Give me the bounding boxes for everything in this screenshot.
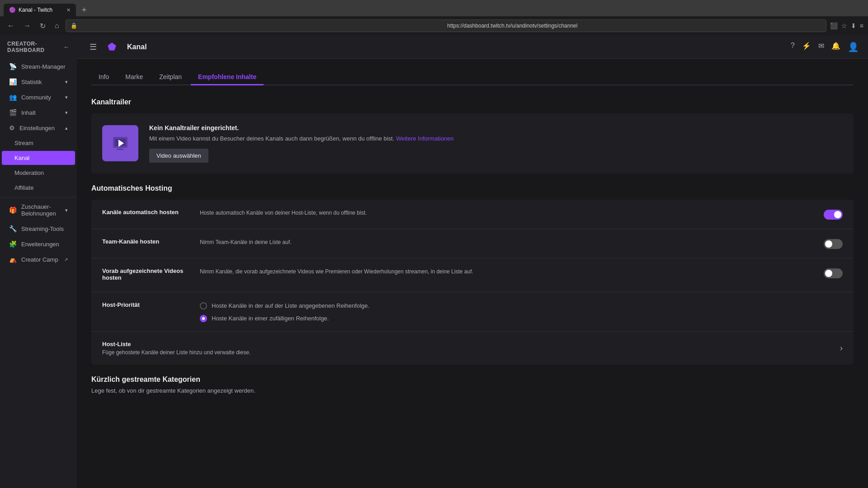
sidebar-item-zuschauer-belohnungen[interactable]: 🎁 Zuschauer-Belohnungen ▾ [2, 200, 75, 221]
hamburger-icon[interactable]: ☰ [86, 42, 100, 52]
sidebar-collapse-button[interactable]: ← [63, 43, 70, 51]
menu-icon[interactable]: ≡ [860, 22, 863, 29]
toggle-team-slider[interactable] [824, 239, 843, 249]
host-list-chevron[interactable]: › [840, 343, 843, 353]
kanaltrailer-card: Kein Kanaltrailer eingerichtet. Mit eine… [91, 113, 854, 174]
toggle-auto-container [824, 209, 843, 220]
back-button[interactable]: ← [5, 20, 17, 32]
top-bar: ☰ ⬟ Kanal ? ⚡ ✉ 🔔 👤 [77, 35, 868, 59]
hosting-label-auto: Kanäle automatisch hosten [102, 209, 193, 217]
sidebar-item-label: Streaming-Tools [21, 225, 64, 232]
browser-tab-active[interactable]: 🟣 Kanal - Twitch ✕ [4, 4, 76, 16]
radio-reihenfolge[interactable]: Hoste Kanäle in der auf der Liste angege… [200, 302, 843, 310]
toggle-vorab-container [824, 267, 843, 278]
hosting-row-team: Team-Kanäle hosten Nimm Team-Kanäle in d… [91, 229, 854, 258]
app-container: CREATOR-DASHBOARD ← 📡 Stream-Manager 📊 S… [0, 35, 868, 488]
tab-title: Kanal - Twitch [19, 7, 52, 13]
hosting-desc-vorab: Nimm Kanäle, die vorab aufgezeichnete Vi… [200, 267, 816, 276]
hosting-desc-team: Nimm Team-Kanäle in deine Liste auf. [200, 238, 816, 246]
tools-icon: 🔧 [9, 225, 17, 232]
toggle-vorab[interactable] [824, 268, 843, 278]
hosting-row-vorab: Vorab aufgezeichnete Videos hosten Nimm … [91, 258, 854, 292]
bell-icon[interactable]: 🔔 [831, 42, 840, 52]
community-icon: 👥 [9, 94, 17, 101]
extensions-icon[interactable]: ⬛ [830, 22, 838, 29]
sidebar-item-statistik[interactable]: 📊 Statistik ▾ [2, 75, 75, 89]
tab-zeitplan[interactable]: Zeitplan [152, 70, 189, 85]
sidebar-item-inhalt[interactable]: 🎬 Inhalt ▾ [2, 105, 75, 120]
sidebar-item-streaming-tools[interactable]: 🔧 Streaming-Tools [2, 221, 75, 236]
host-list-row[interactable]: Host-Liste Füge gehostete Kanäle deiner … [91, 331, 854, 365]
sidebar-header: CREATOR-DASHBOARD ← [0, 35, 77, 59]
url-bar[interactable]: 🔒 https://dashboard.twitch.tv/u/andinotv… [66, 19, 826, 32]
trailer-description: Mit einem Video kannst du Besucher deine… [149, 134, 454, 143]
hosting-row-prioritaet: Host-Priorität Hoste Kanäle in der auf d… [91, 292, 854, 331]
sidebar-item-label: Stream-Manager [21, 63, 66, 70]
sidebar-item-stream-manager[interactable]: 📡 Stream-Manager [2, 59, 75, 74]
hosting-radio-group: Hoste Kanäle in der auf der Liste angege… [200, 301, 843, 322]
page-title: Kanal [127, 43, 147, 51]
sidebar: CREATOR-DASHBOARD ← 📡 Stream-Manager 📊 S… [0, 35, 77, 488]
browser-tab-bar: 🟣 Kanal - Twitch ✕ + [0, 0, 868, 16]
toggle-auto[interactable] [824, 210, 843, 220]
toggle-team[interactable] [824, 239, 843, 249]
trailer-content: Kein Kanaltrailer eingerichtet. Mit eine… [91, 113, 854, 174]
download-icon[interactable]: ⬇ [851, 22, 856, 29]
sidebar-item-erweiterungen[interactable]: 🧩 Erweiterungen [2, 237, 75, 251]
radio-circle-zufaellig[interactable] [200, 315, 207, 322]
radio-zufaellig[interactable]: Hoste Kanäle in einer zufälligen Reihenf… [200, 315, 843, 322]
bookmark-icon[interactable]: ☆ [841, 22, 847, 29]
new-tab-button[interactable]: + [78, 4, 90, 16]
video-select-button[interactable]: Video auswählen [149, 149, 208, 163]
svg-rect-3 [117, 149, 124, 150]
toggle-vorab-slider[interactable] [824, 268, 843, 278]
inhalt-icon: 🎬 [9, 109, 17, 116]
tab-close-button[interactable]: ✕ [66, 7, 71, 13]
mail-icon[interactable]: ✉ [818, 42, 824, 52]
content-area: Info Marke Zeitplan Empfohlene Inhalte K… [77, 59, 868, 488]
sidebar-item-kanal[interactable]: Kanal [2, 151, 75, 165]
sidebar-item-community[interactable]: 👥 Community ▾ [2, 90, 75, 104]
hosting-label-vorab: Vorab aufgezeichnete Videos hosten [102, 267, 193, 283]
host-list-description: Füge gehostete Kanäle deiner Liste hinzu… [102, 349, 250, 356]
url-text: https://dashboard.twitch.tv/u/andinotv/s… [447, 23, 821, 29]
inhalt-arrow: ▾ [65, 110, 68, 116]
erweiterungen-icon: 🧩 [9, 240, 17, 248]
forward-button[interactable]: → [21, 20, 33, 32]
sidebar-item-label: Erweiterungen [21, 241, 59, 248]
kategorien-description: Lege fest, ob von dir gestreamte Kategor… [91, 387, 854, 394]
sidebar-item-stream[interactable]: Stream [2, 136, 75, 150]
trailer-text: Kein Kanaltrailer eingerichtet. Mit eine… [149, 124, 454, 163]
refresh-button[interactable]: ↻ [37, 20, 48, 32]
trailer-icon [102, 125, 138, 161]
avatar[interactable]: 👤 [848, 42, 859, 52]
radio-group-prioritaet: Hoste Kanäle in der auf der Liste angege… [200, 301, 843, 322]
sidebar-item-label: Inhalt [21, 109, 36, 116]
tab-info[interactable]: Info [91, 70, 116, 85]
einstellungen-arrow: ▴ [65, 125, 68, 131]
tab-empfohlene-inhalte[interactable]: Empfohlene Inhalte [191, 70, 264, 85]
statistik-arrow: ▾ [65, 79, 68, 85]
community-arrow: ▾ [65, 94, 68, 100]
sidebar-item-affiliate[interactable]: Affiliate [2, 181, 75, 195]
sidebar-item-moderation[interactable]: Moderation [2, 166, 75, 180]
tab-marke[interactable]: Marke [118, 70, 150, 85]
sidebar-item-creator-camp[interactable]: ⛺ Creator Camp ↗ [2, 252, 75, 267]
zuschauer-arrow: ▾ [65, 207, 68, 213]
kategorien-section: Kürzlich gestreamte Kategorien Lege fest… [91, 375, 854, 394]
hosting-card: Kanäle automatisch hosten Hoste automati… [91, 200, 854, 365]
sidebar-item-einstellungen[interactable]: ⚙ Einstellungen ▴ [2, 121, 75, 135]
radio-circle-reihenfolge[interactable] [200, 302, 207, 310]
help-icon[interactable]: ? [791, 42, 795, 52]
external-link-icon: ↗ [64, 257, 68, 262]
main-content: ☰ ⬟ Kanal ? ⚡ ✉ 🔔 👤 Info Marke Zeitplan … [77, 35, 868, 488]
trailer-more-info-link[interactable]: Weitere Informationen [396, 135, 454, 142]
lightning-icon[interactable]: ⚡ [802, 42, 811, 52]
creator-camp-icon: ⛺ [9, 256, 17, 263]
hosting-label-team: Team-Kanäle hosten [102, 238, 193, 247]
home-button[interactable]: ⌂ [52, 20, 62, 32]
toggle-auto-slider[interactable] [824, 210, 843, 220]
sidebar-item-label: Kanal [14, 155, 29, 161]
stream-manager-icon: 📡 [9, 63, 17, 70]
hosting-desc-auto: Hoste automatisch Kanäle von deiner Host… [200, 209, 816, 217]
